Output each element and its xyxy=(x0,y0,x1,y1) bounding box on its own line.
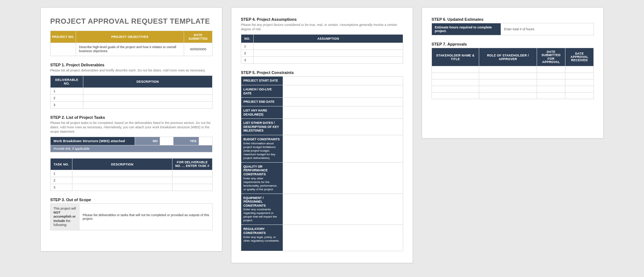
assumption-no: 2 xyxy=(241,50,254,57)
approval-date-submitted-field[interactable] xyxy=(537,73,565,79)
deliverables-table: DELIVERABLE NO. DESCRIPTION 123 xyxy=(50,75,212,109)
approval-date-received-field[interactable] xyxy=(565,93,594,99)
constraint-field[interactable] xyxy=(283,119,403,135)
col-date-approval-received: DATE APPROVAL RECEIVED xyxy=(565,48,594,66)
col-task-desc: DESCRIPTION xyxy=(72,159,172,170)
task-for-deliv-field[interactable] xyxy=(172,177,212,184)
approval-role-field[interactable] xyxy=(479,73,537,79)
assumption-field[interactable] xyxy=(254,57,403,64)
estimate-table: Estimate hours required to complete proj… xyxy=(432,23,594,35)
constraint-field[interactable] xyxy=(283,98,403,106)
cell-date-submitted[interactable]: 00/00/0000 xyxy=(184,43,212,56)
cell-project-no[interactable] xyxy=(51,43,76,56)
task-desc-field[interactable] xyxy=(72,170,172,177)
document-title: PROJECT APPROVAL REQUEST TEMPLATE xyxy=(50,17,212,26)
constraint-field[interactable] xyxy=(283,194,403,225)
col-task-no: TASK NO. xyxy=(51,159,72,170)
approval-name-field[interactable] xyxy=(432,66,479,73)
estimate-label: Estimate hours required to complete proj… xyxy=(432,23,501,35)
deliverable-desc-field[interactable] xyxy=(83,95,212,102)
approval-name-field[interactable] xyxy=(432,79,479,86)
col-deliverable-no: DELIVERABLE NO. xyxy=(51,76,83,88)
header-table: PROJECT NO. PROJECT OBJECTIVES DATE SUBM… xyxy=(50,31,212,56)
wbs-yes-checkbox[interactable] xyxy=(199,137,212,145)
constraint-label: PROJECT END DATE xyxy=(241,98,283,106)
constraint-field[interactable] xyxy=(283,77,403,85)
task-desc-field[interactable] xyxy=(72,184,172,191)
assumptions-table: NO. ASSUMPTION 123 xyxy=(241,34,403,64)
wbs-link-field[interactable]: Provide link, if applicable xyxy=(51,145,212,152)
deliverable-no: 1 xyxy=(51,88,83,95)
col-objectives: PROJECT OBJECTIVES xyxy=(76,31,184,43)
col-deliverable-desc: DESCRIPTION xyxy=(83,76,212,88)
step3-heading: STEP 3. Out of Scope xyxy=(50,198,212,202)
wbs-label: Work Breakdown Structure (WBS) attached xyxy=(51,137,135,145)
cell-objectives[interactable]: Describe high-level goals of the project… xyxy=(76,43,184,56)
assumption-no: 3 xyxy=(241,57,254,64)
approval-date-submitted-field[interactable] xyxy=(537,79,565,86)
task-for-deliv-field[interactable] xyxy=(172,184,212,191)
page-3: STEP 6. Updated Estimates Estimate hours… xyxy=(422,7,604,138)
tasks-table: TASK NO. DESCRIPTION FOR DELIVERABLE NO.… xyxy=(50,158,212,191)
step7-heading: STEP 7. Approvals xyxy=(432,42,594,46)
col-assumption: ASSUMPTION xyxy=(254,35,403,43)
constraints-table: PROJECT START DATELAUNCH / GO-LIVE DATEP… xyxy=(241,76,403,251)
scope-right-field[interactable]: Please list deliverables or tasks that w… xyxy=(80,204,212,230)
constraint-field[interactable] xyxy=(283,135,403,163)
col-stakeholder-name: STAKEHOLDER NAME & TITLE xyxy=(432,48,479,66)
step1-instr: Please list all project deliverables and… xyxy=(50,69,212,73)
task-no: 1 xyxy=(51,170,72,177)
approval-role-field[interactable] xyxy=(479,93,537,99)
task-desc-field[interactable] xyxy=(72,177,172,184)
approval-name-field[interactable] xyxy=(432,86,479,93)
constraint-field[interactable] xyxy=(283,162,403,194)
assumption-no: 1 xyxy=(241,43,254,50)
approval-role-field[interactable] xyxy=(479,66,537,73)
estimate-field[interactable]: Enter total # of hours xyxy=(501,23,594,35)
deliverable-desc-field[interactable] xyxy=(83,102,212,109)
step1-heading: STEP 1. Project Deliverables xyxy=(50,63,212,67)
approval-date-received-field[interactable] xyxy=(565,73,594,79)
task-for-deliv-field[interactable] xyxy=(172,170,212,177)
approval-date-submitted-field[interactable] xyxy=(537,66,565,73)
assumption-field[interactable] xyxy=(254,43,403,50)
deliverable-no: 3 xyxy=(51,102,83,109)
constraint-label: EQUIPMENT / PERSONNEL CONSTRAINTSEnter a… xyxy=(241,194,283,225)
constraint-label: REGULATORY CONSTRAINTSEnter any legal, p… xyxy=(241,225,283,251)
wbs-yes-label: YES xyxy=(174,137,199,145)
constraint-label: QUALITY OR PERFORMANCE CONSTRAINTSEnter … xyxy=(241,162,283,194)
scope-left-label: This project will NOT accomplish or incl… xyxy=(51,204,80,230)
assumption-field[interactable] xyxy=(254,50,403,57)
constraint-field[interactable] xyxy=(283,106,403,118)
approval-role-field[interactable] xyxy=(479,79,537,86)
approval-role-field[interactable] xyxy=(479,86,537,93)
task-no: 3 xyxy=(51,184,72,191)
step5-heading: STEP 5. Project Constraints xyxy=(241,70,403,75)
approval-date-received-field[interactable] xyxy=(565,86,594,93)
step6-heading: STEP 6. Updated Estimates xyxy=(432,17,594,22)
constraint-field[interactable] xyxy=(283,85,403,98)
deliverable-desc-field[interactable] xyxy=(83,88,212,95)
wbs-no-label: NO xyxy=(135,137,160,145)
col-assumption-no: NO. xyxy=(241,35,254,43)
wbs-no-checkbox[interactable] xyxy=(160,137,174,145)
approval-date-submitted-field[interactable] xyxy=(537,93,565,99)
approval-date-submitted-field[interactable] xyxy=(537,86,565,93)
out-of-scope-box: This project will NOT accomplish or incl… xyxy=(50,203,212,230)
approvals-table: STAKEHOLDER NAME & TITLE ROLE OF STAKEHO… xyxy=(432,48,594,99)
approval-name-field[interactable] xyxy=(432,93,479,99)
task-no: 2 xyxy=(51,177,72,184)
page-1: PROJECT APPROVAL REQUEST TEMPLATE PROJEC… xyxy=(40,7,222,251)
col-date-submitted: DATE SUBMITTED xyxy=(184,31,212,43)
col-date-submitted-approval: DATE SUBMITTED FOR APPROVAL xyxy=(537,48,565,66)
constraint-field[interactable] xyxy=(283,225,403,251)
approval-name-field[interactable] xyxy=(432,73,479,79)
approval-date-received-field[interactable] xyxy=(565,79,594,86)
constraint-label: LIST ANY HARD DEADLINE(S) xyxy=(241,106,283,118)
approval-date-received-field[interactable] xyxy=(565,66,594,73)
col-project-no: PROJECT NO. xyxy=(51,31,76,43)
constraint-label: LAUNCH / GO-LIVE DATE xyxy=(241,85,283,98)
wbs-attach-table: Work Breakdown Structure (WBS) attached … xyxy=(50,137,212,152)
page-2: STEP 4. Project Assumptions Please list … xyxy=(231,7,413,263)
col-stakeholder-role: ROLE OF STAKEHOLDER / APPROVER xyxy=(479,48,537,66)
